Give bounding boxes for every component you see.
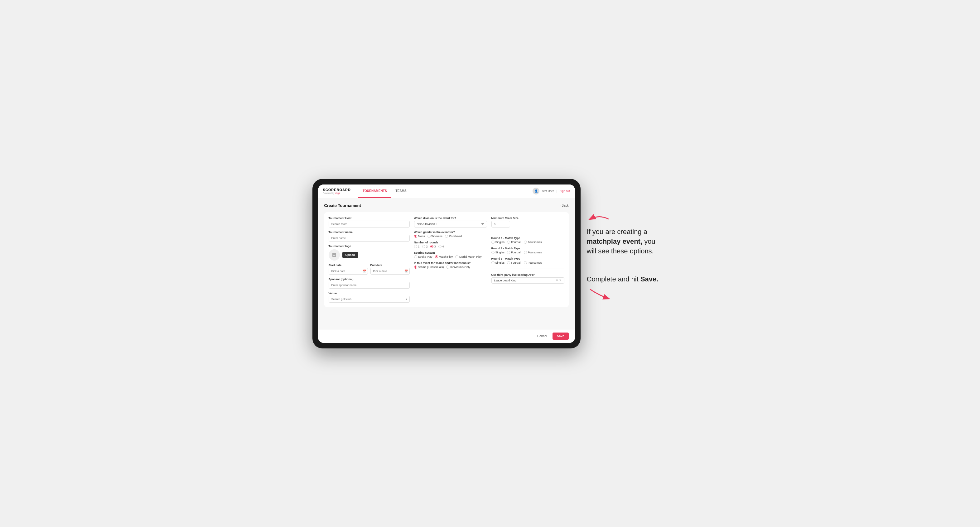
tournament-name-label: Tournament name: [329, 231, 410, 234]
divider-1: [492, 232, 564, 232]
radio-r1-foursomes: [524, 241, 527, 244]
round3-foursomes[interactable]: Foursomes: [524, 261, 542, 264]
back-button[interactable]: ‹ Back: [560, 204, 569, 207]
radio-round-1: [414, 245, 417, 248]
annotation-top: If you are creating a matchplay event, y…: [587, 213, 668, 256]
scoring-group: Scoring system Stroke Play Match Play: [414, 251, 487, 258]
max-team-size-label: Maximum Team Size: [492, 217, 564, 220]
tablet-frame: SCOREBOARD Powered by clippi TOURNAMENTS…: [312, 179, 581, 348]
scoreboard-logo-text: SCOREBOARD: [323, 188, 351, 192]
nav-right: 👤 Test User | Sign out: [533, 187, 570, 194]
arrow-top-svg: [587, 213, 612, 225]
scoring-match-play[interactable]: Match Play: [435, 255, 453, 258]
radio-r2-singles: [492, 251, 495, 254]
gender-combined[interactable]: Combined: [445, 235, 462, 238]
third-party-value: Leaderboard King: [494, 279, 517, 282]
form-col-2: Which division is the event for? NCAA Di…: [414, 217, 487, 303]
start-date-input[interactable]: [329, 268, 368, 275]
gender-group: Which gender is the event for? Mens Wome…: [414, 231, 487, 238]
rounds-radio-group: 1 2 3: [414, 245, 487, 248]
round2-radio-group: Singles Fourball Foursomes: [492, 251, 564, 254]
max-team-size-input[interactable]: [492, 221, 510, 227]
tournament-host-group: Tournament Host: [329, 217, 410, 227]
sponsor-input[interactable]: [329, 282, 410, 289]
round2-foursomes[interactable]: Foursomes: [524, 251, 542, 254]
gender-womens[interactable]: Womens: [428, 235, 442, 238]
calendar-icon-end: 📅: [404, 270, 408, 273]
page-content: Create Tournament ‹ Back Tournament Host: [318, 198, 575, 329]
rounds-label: Number of rounds: [414, 241, 487, 244]
round1-fourball[interactable]: Fourball: [507, 241, 521, 244]
form-col-3: Maximum Team Size Round 1 - Match Type S…: [492, 217, 564, 303]
round3-singles[interactable]: Singles: [492, 261, 505, 264]
avatar: 👤: [533, 187, 539, 194]
user-name: Test User: [542, 189, 554, 193]
cancel-button[interactable]: Cancel: [534, 333, 550, 340]
round-3[interactable]: 3: [430, 245, 436, 248]
tournament-host-input[interactable]: [329, 221, 410, 227]
round2-match-type: Round 2 - Match Type Singles Fourball: [492, 247, 564, 254]
nav-divider: |: [556, 189, 557, 193]
sponsor-group: Sponsor (optional): [329, 278, 410, 289]
teams-label: Is this event for Teams and/or Individua…: [414, 262, 487, 265]
start-date-input-wrap: 📅: [329, 268, 368, 275]
round2-singles[interactable]: Singles: [492, 251, 505, 254]
radio-mens-circle: [414, 235, 417, 238]
end-date-input[interactable]: [371, 268, 410, 275]
nav-bar: SCOREBOARD Powered by clippi TOURNAMENTS…: [318, 184, 575, 198]
clear-third-party[interactable]: ✕ ▼: [556, 279, 561, 282]
round-4[interactable]: 4: [438, 245, 444, 248]
radio-medal-match-play: [455, 255, 458, 258]
division-select[interactable]: NCAA Division I: [414, 221, 487, 227]
round3-fourball[interactable]: Fourball: [507, 261, 521, 264]
upload-button[interactable]: Upload: [342, 252, 358, 258]
gender-mens[interactable]: Mens: [414, 235, 425, 238]
round1-foursomes[interactable]: Foursomes: [524, 241, 542, 244]
radio-r2-foursomes: [524, 251, 527, 254]
radio-r3-foursomes: [524, 261, 527, 264]
scoring-radio-group: Stroke Play Match Play Medal Match Play: [414, 255, 487, 258]
tab-tournaments[interactable]: TOURNAMENTS: [358, 184, 391, 198]
end-date-label: End date: [371, 264, 410, 267]
venue-group: Venue ▼: [329, 292, 410, 303]
round2-fourball[interactable]: Fourball: [507, 251, 521, 254]
date-row: Start date 📅 End date 📅: [329, 264, 410, 275]
tournament-name-input[interactable]: [329, 235, 410, 241]
teams-group: Is this event for Teams and/or Individua…: [414, 262, 487, 269]
round-2[interactable]: 2: [422, 245, 428, 248]
third-party-select[interactable]: Leaderboard King ✕ ▼: [492, 277, 564, 284]
start-date-label: Start date: [329, 264, 368, 267]
scoring-stroke-play[interactable]: Stroke Play: [414, 255, 433, 258]
round1-singles[interactable]: Singles: [492, 241, 505, 244]
sign-out-link[interactable]: Sign out: [559, 189, 570, 193]
round3-match-type: Round 3 - Match Type Singles Fourball: [492, 257, 564, 264]
page-header: Create Tournament ‹ Back: [324, 203, 569, 208]
scoring-medal-match-play[interactable]: Medal Match Play: [455, 255, 482, 258]
radio-teams: [414, 265, 417, 269]
image-icon: [332, 252, 337, 257]
radio-match-play: [435, 255, 438, 258]
round1-radio-group: Singles Fourball Foursomes: [492, 241, 564, 244]
teams-plus-individuals[interactable]: Teams (+Individuals): [414, 265, 444, 269]
round-1[interactable]: 1: [414, 245, 420, 248]
page-title: Create Tournament: [324, 203, 361, 208]
tournament-logo-label: Tournament logo: [329, 244, 410, 248]
save-button[interactable]: Save: [552, 333, 568, 340]
teams-radio-group: Teams (+Individuals) Individuals Only: [414, 265, 487, 269]
logo-placeholder: [329, 249, 340, 260]
radio-individuals: [446, 265, 449, 269]
individuals-only[interactable]: Individuals Only: [446, 265, 470, 269]
venue-input[interactable]: [329, 296, 410, 303]
division-label: Which division is the event for?: [414, 217, 487, 220]
tournament-logo-group: Tournament logo Upload: [329, 244, 410, 260]
outer-wrapper: SCOREBOARD Powered by clippi TOURNAMENTS…: [272, 179, 708, 348]
radio-round-4: [438, 245, 442, 248]
radio-r2-fourball: [507, 251, 510, 254]
round1-match-type: Round 1 - Match Type Singles Fourball: [492, 237, 564, 244]
radio-r1-fourball: [507, 241, 510, 244]
tab-teams[interactable]: TEAMS: [391, 184, 411, 198]
brand-name: clippi: [335, 192, 340, 194]
tournament-name-group: Tournament name: [329, 231, 410, 241]
form-footer: Cancel Save: [318, 329, 575, 343]
round1-label: Round 1 - Match Type: [492, 237, 564, 240]
